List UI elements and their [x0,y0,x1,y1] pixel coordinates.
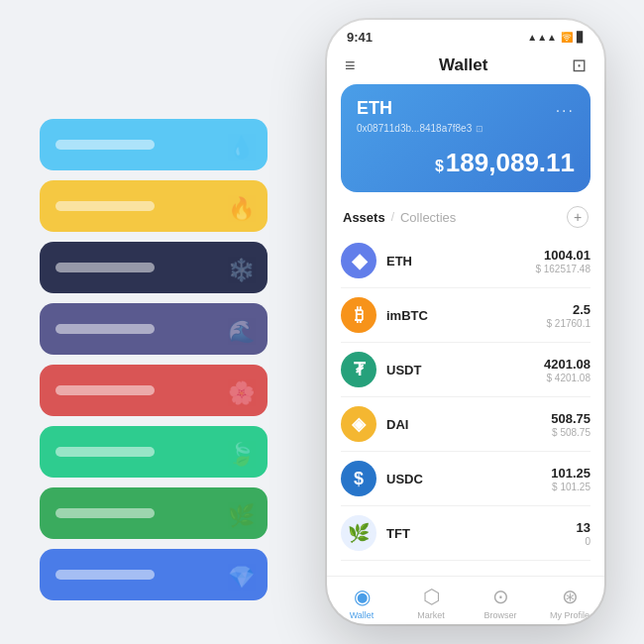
eth-balance: $189,089.11 [357,148,575,178]
eth-card-name: ETH [357,98,392,119]
tab-assets[interactable]: Assets [343,210,385,225]
card-item-label [55,385,155,395]
asset-amounts: 4201.08$ 4201.08 [544,357,590,383]
nav-wallet-icon: ◉ [354,585,371,608]
nav-item-wallet[interactable]: ◉Wallet [327,585,396,620]
usdc-icon: $ [341,461,376,496]
nav-browser-icon: ⊙ [492,585,509,608]
card-item-icon: 🌿 [228,503,256,531]
asset-amounts: 101.25$ 101.25 [551,466,590,492]
asset-usd-value: $ 4201.08 [544,373,590,383]
eth-address: 0x08711d3b...8418a7f8e3 ⊡ [357,123,575,134]
card-item-7[interactable]: 💎 [40,549,268,600]
status-time: 9:41 [347,30,373,45]
battery-icon: ▊ [577,32,585,43]
card-item-icon: 🍃 [228,442,256,470]
asset-usd-value: $ 162517.48 [535,264,590,274]
assets-tabs: Assets / Collecties [343,210,456,225]
nav-profile-icon: ⊛ [562,585,579,608]
wifi-icon: 🛜 [561,32,573,43]
page-title: Wallet [439,55,487,75]
usdt-icon: ₮ [341,352,376,387]
asset-symbol: TFT [386,526,410,541]
asset-amount: 2.5 [547,302,591,317]
signal-icon: ▲▲▲ [527,32,557,43]
menu-icon[interactable]: ≡ [345,55,356,76]
imbtc-icon: ₿ [341,297,376,333]
nav-item-profile[interactable]: ⊛My Profile [535,585,604,620]
card-item-icon: 🌸 [228,380,256,408]
balance-symbol: $ [435,158,444,174]
asset-list: ◆ETH1004.01$ 162517.48₿imBTC2.5$ 21760.1… [327,234,604,576]
asset-symbol: USDT [386,363,421,377]
phone-header: ≡ Wallet ⊡ [327,49,604,84]
asset-usd-value: $ 21760.1 [547,318,591,329]
asset-symbol: ETH [386,254,412,268]
phone-frame: 9:41 ▲▲▲ 🛜 ▊ ≡ Wallet ⊡ ETH ... 0x08711d… [327,20,604,624]
asset-item[interactable]: 🌿TFT130 [341,506,590,561]
card-item-label [55,201,155,211]
card-item-label [55,324,155,334]
card-item-4[interactable]: 🌸 [40,365,268,416]
add-asset-button[interactable]: + [567,206,589,228]
nav-market-label: Market [417,610,445,620]
asset-amount: 101.25 [551,466,590,481]
asset-usd-value: $ 508.75 [551,427,590,438]
copy-icon[interactable]: ⊡ [476,124,483,134]
card-item-label [55,570,155,580]
asset-usd-value: $ 101.25 [551,482,590,492]
tft-icon: 🌿 [341,515,376,551]
card-item-6[interactable]: 🌿 [40,487,268,539]
nav-browser-label: Browser [483,610,516,620]
nav-item-market[interactable]: ⬡Market [396,585,466,620]
nav-wallet-label: Wallet [350,610,375,620]
tab-divider: / [391,210,394,224]
eth-icon: ◆ [341,243,376,278]
asset-item[interactable]: ◆ETH1004.01$ 162517.48 [341,234,590,288]
asset-usd-value: 0 [577,536,590,547]
card-item-2[interactable]: ❄️ [40,242,268,293]
eth-card-more[interactable]: ... [556,98,575,116]
card-item-icon: 🔥 [228,196,256,224]
asset-item[interactable]: ₿imBTC2.5$ 21760.1 [341,288,590,343]
asset-item[interactable]: ◈DAI508.75$ 508.75 [341,397,590,452]
card-item-icon: 💧 [228,135,256,162]
asset-amounts: 508.75$ 508.75 [551,411,590,438]
card-item-0[interactable]: 💧 [40,119,268,170]
card-item-label [55,140,155,150]
asset-symbol: DAI [386,417,408,432]
dai-icon: ◈ [341,406,376,442]
eth-card[interactable]: ETH ... 0x08711d3b...8418a7f8e3 ⊡ $189,0… [341,84,590,192]
assets-header: Assets / Collecties + [327,202,604,234]
nav-profile-label: My Profile [550,610,590,620]
card-item-icon: 💎 [228,565,256,592]
nav-market-icon: ⬡ [423,585,440,608]
card-item-label [55,508,155,518]
card-item-icon: ❄️ [228,258,256,285]
scan-icon[interactable]: ⊡ [572,54,587,76]
asset-amounts: 2.5$ 21760.1 [547,302,591,329]
card-stack: 💧🔥❄️🌊🌸🍃🌿💎 [40,119,268,600]
tab-collecties[interactable]: Collecties [400,210,456,225]
asset-amount: 508.75 [551,411,590,426]
card-item-label [55,263,155,272]
asset-amounts: 1004.01$ 162517.48 [535,248,590,274]
asset-amount: 4201.08 [544,357,590,372]
asset-item[interactable]: $USDC101.25$ 101.25 [341,452,590,506]
card-item-label [55,447,155,457]
card-item-3[interactable]: 🌊 [40,303,268,355]
asset-amount: 13 [577,520,590,535]
card-item-icon: 🌊 [228,319,256,347]
nav-item-browser[interactable]: ⊙Browser [466,585,535,620]
asset-symbol: USDC [386,472,423,486]
asset-amounts: 130 [577,520,590,547]
status-icons: ▲▲▲ 🛜 ▊ [527,32,585,43]
bottom-nav: ◉Wallet⬡Market⊙Browser⊛My Profile [327,576,604,624]
asset-amount: 1004.01 [535,248,590,263]
card-item-5[interactable]: 🍃 [40,426,268,478]
status-bar: 9:41 ▲▲▲ 🛜 ▊ [327,20,604,49]
asset-item[interactable]: ₮USDT4201.08$ 4201.08 [341,343,590,397]
card-item-1[interactable]: 🔥 [40,180,268,232]
asset-symbol: imBTC [386,308,428,323]
